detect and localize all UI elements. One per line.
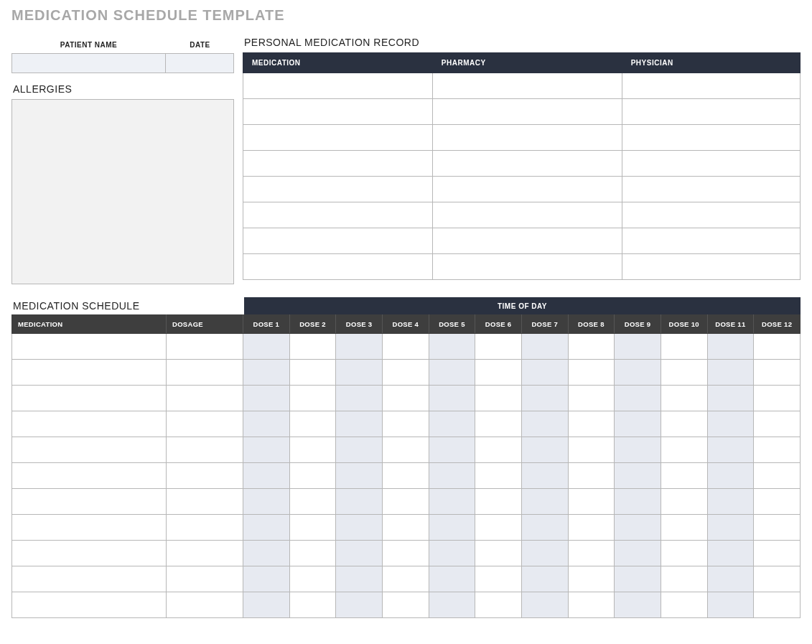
schedule-cell-dose-3[interactable]: [336, 515, 383, 541]
pmr-cell-physician[interactable]: [622, 177, 800, 202]
schedule-cell-dose-3[interactable]: [336, 411, 383, 437]
date-input[interactable]: [166, 54, 233, 73]
schedule-cell-dosage[interactable]: [167, 411, 243, 437]
schedule-cell-medication[interactable]: [12, 334, 167, 360]
schedule-cell-dose-8[interactable]: [568, 437, 615, 463]
pmr-cell-physician[interactable]: [622, 228, 800, 254]
schedule-cell-dose-12[interactable]: [754, 360, 801, 386]
schedule-cell-dose-2[interactable]: [289, 463, 336, 489]
schedule-cell-dose-1[interactable]: [243, 360, 290, 386]
pmr-cell-pharmacy[interactable]: [432, 202, 622, 228]
schedule-cell-dose-12[interactable]: [754, 437, 801, 463]
schedule-cell-dose-10[interactable]: [661, 437, 707, 463]
schedule-cell-dose-9[interactable]: [615, 386, 661, 411]
schedule-cell-dose-5[interactable]: [429, 541, 475, 566]
schedule-cell-dose-1[interactable]: [243, 592, 290, 618]
schedule-cell-dose-6[interactable]: [475, 515, 522, 541]
pmr-cell-physician[interactable]: [622, 73, 800, 99]
schedule-cell-dosage[interactable]: [167, 334, 243, 360]
schedule-cell-dose-1[interactable]: [243, 437, 290, 463]
schedule-cell-dose-4[interactable]: [382, 411, 429, 437]
schedule-cell-dose-12[interactable]: [754, 566, 801, 592]
schedule-cell-dose-2[interactable]: [289, 334, 336, 360]
pmr-cell-medication[interactable]: [243, 151, 433, 177]
schedule-cell-dose-9[interactable]: [615, 489, 661, 515]
pmr-cell-medication[interactable]: [243, 177, 433, 202]
pmr-cell-physician[interactable]: [622, 202, 800, 228]
schedule-cell-dose-11[interactable]: [707, 541, 754, 566]
schedule-cell-dose-8[interactable]: [568, 386, 615, 411]
schedule-cell-dosage[interactable]: [167, 489, 243, 515]
schedule-cell-dosage[interactable]: [167, 386, 243, 411]
schedule-cell-dose-9[interactable]: [615, 411, 661, 437]
schedule-cell-dose-4[interactable]: [382, 489, 429, 515]
schedule-cell-dose-2[interactable]: [289, 411, 336, 437]
schedule-cell-dose-12[interactable]: [754, 541, 801, 566]
pmr-cell-medication[interactable]: [243, 228, 433, 254]
schedule-cell-medication[interactable]: [12, 437, 167, 463]
pmr-cell-pharmacy[interactable]: [432, 99, 622, 125]
schedule-cell-dose-11[interactable]: [707, 463, 754, 489]
pmr-cell-physician[interactable]: [622, 254, 800, 280]
schedule-cell-dose-6[interactable]: [475, 463, 522, 489]
schedule-cell-dose-3[interactable]: [336, 463, 383, 489]
schedule-cell-dose-3[interactable]: [336, 386, 383, 411]
schedule-cell-dosage[interactable]: [167, 541, 243, 566]
schedule-cell-dose-9[interactable]: [615, 515, 661, 541]
schedule-cell-dose-5[interactable]: [429, 360, 475, 386]
schedule-cell-dose-3[interactable]: [336, 437, 383, 463]
schedule-cell-dose-4[interactable]: [382, 437, 429, 463]
schedule-cell-dose-11[interactable]: [707, 386, 754, 411]
schedule-cell-dose-6[interactable]: [475, 334, 522, 360]
pmr-cell-pharmacy[interactable]: [432, 254, 622, 280]
schedule-cell-dose-10[interactable]: [661, 592, 707, 618]
schedule-cell-dose-11[interactable]: [707, 515, 754, 541]
schedule-cell-dose-4[interactable]: [382, 386, 429, 411]
schedule-cell-dose-4[interactable]: [382, 515, 429, 541]
schedule-cell-dose-11[interactable]: [707, 437, 754, 463]
schedule-cell-medication[interactable]: [12, 360, 167, 386]
schedule-cell-dose-8[interactable]: [568, 489, 615, 515]
schedule-cell-dose-6[interactable]: [475, 411, 522, 437]
schedule-cell-medication[interactable]: [12, 463, 167, 489]
schedule-cell-dosage[interactable]: [167, 360, 243, 386]
schedule-cell-dose-10[interactable]: [661, 334, 707, 360]
schedule-cell-medication[interactable]: [12, 566, 167, 592]
schedule-cell-medication[interactable]: [12, 411, 167, 437]
schedule-cell-dose-5[interactable]: [429, 437, 475, 463]
schedule-cell-dose-1[interactable]: [243, 463, 290, 489]
schedule-cell-dose-4[interactable]: [382, 592, 429, 618]
schedule-cell-dose-2[interactable]: [289, 541, 336, 566]
pmr-cell-medication[interactable]: [243, 99, 433, 125]
schedule-cell-dose-3[interactable]: [336, 592, 383, 618]
patient-name-input[interactable]: [12, 54, 166, 73]
schedule-cell-dose-10[interactable]: [661, 515, 707, 541]
schedule-cell-dose-8[interactable]: [568, 334, 615, 360]
schedule-cell-dose-8[interactable]: [568, 463, 615, 489]
pmr-cell-medication[interactable]: [243, 254, 433, 280]
pmr-cell-pharmacy[interactable]: [432, 73, 622, 99]
schedule-cell-dose-6[interactable]: [475, 592, 522, 618]
schedule-cell-dose-9[interactable]: [615, 463, 661, 489]
schedule-cell-dose-4[interactable]: [382, 566, 429, 592]
schedule-cell-dose-12[interactable]: [754, 489, 801, 515]
schedule-cell-dose-4[interactable]: [382, 334, 429, 360]
schedule-cell-dose-8[interactable]: [568, 541, 615, 566]
schedule-cell-dose-2[interactable]: [289, 437, 336, 463]
schedule-cell-dose-10[interactable]: [661, 463, 707, 489]
pmr-cell-pharmacy[interactable]: [432, 177, 622, 202]
schedule-cell-dose-5[interactable]: [429, 592, 475, 618]
schedule-cell-dose-4[interactable]: [382, 463, 429, 489]
schedule-cell-dose-10[interactable]: [661, 360, 707, 386]
pmr-cell-physician[interactable]: [622, 151, 800, 177]
pmr-cell-pharmacy[interactable]: [432, 151, 622, 177]
schedule-cell-dose-12[interactable]: [754, 463, 801, 489]
schedule-cell-dose-7[interactable]: [521, 386, 568, 411]
schedule-cell-dose-5[interactable]: [429, 386, 475, 411]
schedule-cell-dose-11[interactable]: [707, 489, 754, 515]
schedule-cell-dose-7[interactable]: [521, 592, 568, 618]
schedule-cell-dosage[interactable]: [167, 592, 243, 618]
schedule-cell-dose-5[interactable]: [429, 515, 475, 541]
schedule-cell-dose-8[interactable]: [568, 515, 615, 541]
schedule-cell-dose-1[interactable]: [243, 489, 290, 515]
